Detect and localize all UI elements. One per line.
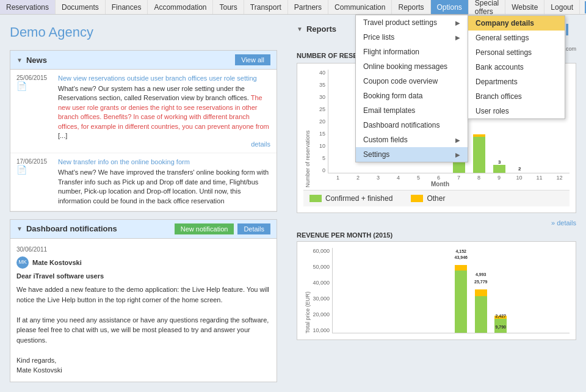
nav-reservations[interactable]: Reservations	[0, 0, 56, 14]
bar-group: 4,993 25,779	[472, 248, 491, 333]
legend-label-other: Other	[427, 194, 445, 203]
left-panel: Demo Agency ▼ News View all 25/06/2015 📄	[0, 15, 287, 392]
agency-title: Demo Agency	[10, 24, 277, 40]
menu-flight-information[interactable]: Flight information	[356, 45, 468, 59]
notifications-title: Dashboard notifications	[26, 224, 117, 233]
nav-right: ▣ Dashboard Manual	[580, 0, 586, 14]
new-notification-button[interactable]: New notification	[175, 223, 234, 234]
legend-label-confirmed: Confirmed + finished	[325, 194, 392, 203]
news-text: What's new? We have improved the transfe…	[58, 168, 270, 206]
notification-text-2: If at any time you need any assistance o…	[16, 315, 270, 346]
arrow-icon: ▶	[455, 137, 460, 143]
news-icon: 📄	[16, 81, 53, 91]
menu-settings[interactable]: Settings ▶	[356, 147, 468, 162]
news-icon: 📄	[16, 165, 53, 175]
notifications-section: ▼ Dashboard notifications New notificati…	[10, 219, 277, 382]
menu-dashboard-notifications[interactable]: Dashboard notifications	[356, 118, 468, 132]
x-axis-label: Month	[311, 181, 570, 187]
submenu-branch-offices[interactable]: Branch offices	[468, 89, 565, 104]
notification-sender: Mate Kostovski	[32, 258, 82, 268]
notifications-header: ▼ Dashboard notifications New notificati…	[10, 220, 277, 239]
legend-color-confirmed	[309, 195, 322, 202]
rev-bars-container: 4,152 43,946 4,993 25,779	[332, 248, 570, 333]
nav-partners[interactable]: Partners	[288, 0, 328, 14]
nav-communication[interactable]: Communication	[328, 0, 392, 14]
details-link[interactable]: » details	[551, 219, 576, 227]
arrow-icon: ▶	[455, 20, 460, 26]
notifications-details-button[interactable]: Details	[237, 223, 270, 234]
reports-title: Reports	[306, 24, 336, 34]
news-section: ▼ News View all 25/06/2015 📄 New view re…	[10, 50, 277, 212]
submenu-company-details[interactable]: Company details	[468, 16, 565, 31]
top-navigation: Reservations Documents Finances Accommod…	[0, 0, 586, 15]
news-date: 17/06/2015	[16, 158, 53, 165]
menu-custom-fields[interactable]: Custom fields ▶	[356, 132, 468, 147]
nav-tours[interactable]: Tours	[213, 0, 244, 14]
list-item: 25/06/2015 📄 New view reservations outsi…	[10, 70, 277, 153]
triangle-icon: ▼	[16, 57, 23, 64]
notification-text-3: Kind regards,Mate Kostovski	[16, 355, 270, 376]
menu-online-booking[interactable]: Online booking messages	[356, 59, 468, 74]
news-text: What's new? Our system has a new user ro…	[58, 84, 270, 140]
chart-legend: Confirmed + finished Other	[303, 190, 570, 206]
nav-accommodation[interactable]: Accommodation	[148, 0, 213, 14]
revenue-chart: Total price (EUR) 60,000 50,000 40,000 3…	[297, 241, 576, 340]
news-date: 25/06/2015	[16, 74, 53, 81]
nav-reports[interactable]: Reports	[392, 0, 430, 14]
news-title: News	[26, 56, 47, 65]
detail-link: » details	[297, 219, 576, 227]
menu-email-templates[interactable]: Email templates	[356, 103, 468, 118]
y-axis-label: Number of reservations	[303, 70, 311, 187]
bar-group	[328, 70, 347, 173]
arrow-icon: ▶	[455, 151, 460, 158]
view-all-button[interactable]: View all	[235, 54, 270, 65]
notification-subject: Dear iTravel software users	[16, 271, 270, 281]
avatar: MK	[16, 256, 29, 269]
notification-text: We have added a new feature to the demo …	[16, 285, 270, 305]
nav-options[interactable]: Options	[431, 0, 469, 14]
arrow-icon: ▶	[455, 34, 460, 41]
nav-transport[interactable]: Transport	[244, 0, 288, 14]
nav-documents[interactable]: Documents	[56, 0, 106, 14]
submenu-bank-accounts[interactable]: Bank accounts	[468, 60, 565, 74]
legend-color-other	[411, 195, 423, 202]
triangle-icon: ▼	[297, 26, 303, 32]
menu-coupon-code[interactable]: Coupon code overview	[356, 74, 468, 89]
menu-travel-product-settings[interactable]: Travel product settings ▶	[356, 15, 468, 30]
menu-price-lists[interactable]: Price lists ▶	[356, 30, 468, 45]
bar-group: 4,152 43,946	[452, 248, 471, 333]
settings-submenu: Company details General settings Persona…	[468, 15, 565, 119]
y-axis: 40 35 30 25 20 15 10 5 0	[311, 70, 328, 173]
revenue-header: REVENUE PER MONTH (2015)	[297, 231, 576, 239]
menu-booking-form[interactable]: Booking form data	[356, 89, 468, 103]
news-details-link[interactable]: details	[58, 140, 270, 148]
submenu-personal-settings[interactable]: Personal settings	[468, 45, 565, 60]
notification-date: 30/06/2011	[16, 245, 270, 254]
submenu-user-roles[interactable]: User roles	[468, 104, 565, 118]
rev-y-axis-label: Total price (EUR)	[303, 248, 311, 333]
options-dropdown: Travel product settings ▶ Price lists ▶ …	[355, 15, 468, 162]
list-item: 17/06/2015 📄 New transfer info on the on…	[10, 153, 277, 211]
x-axis: 1 2 3 4 5 6 7 8 9 10 11 12	[311, 175, 570, 181]
rev-y-axis: 60,000 50,000 40,000 30,000 20,000 10,00…	[311, 248, 332, 333]
nav-special-offers[interactable]: Special offers	[469, 0, 505, 14]
notifications-body: 30/06/2011 MK Mate Kostovski Dear iTrave…	[10, 239, 277, 382]
nav-website[interactable]: Website	[505, 0, 544, 14]
news-header: ▼ News View all	[10, 51, 277, 70]
news-list: 25/06/2015 📄 New view reservations outsi…	[10, 70, 277, 211]
news-link[interactable]: New transfer info on the online booking …	[58, 158, 270, 165]
submenu-general-settings[interactable]: General settings	[468, 31, 565, 45]
submenu-departments[interactable]: Departments	[468, 74, 565, 89]
nav-finances[interactable]: Finances	[106, 0, 148, 14]
triangle-icon: ▼	[16, 225, 23, 232]
bar-group: 2,427 9,790	[491, 248, 510, 333]
nav-logout[interactable]: Logout	[544, 0, 580, 14]
nav-items: Reservations Documents Finances Accommod…	[0, 0, 580, 14]
news-link[interactable]: New view reservations outside user branc…	[58, 74, 270, 82]
